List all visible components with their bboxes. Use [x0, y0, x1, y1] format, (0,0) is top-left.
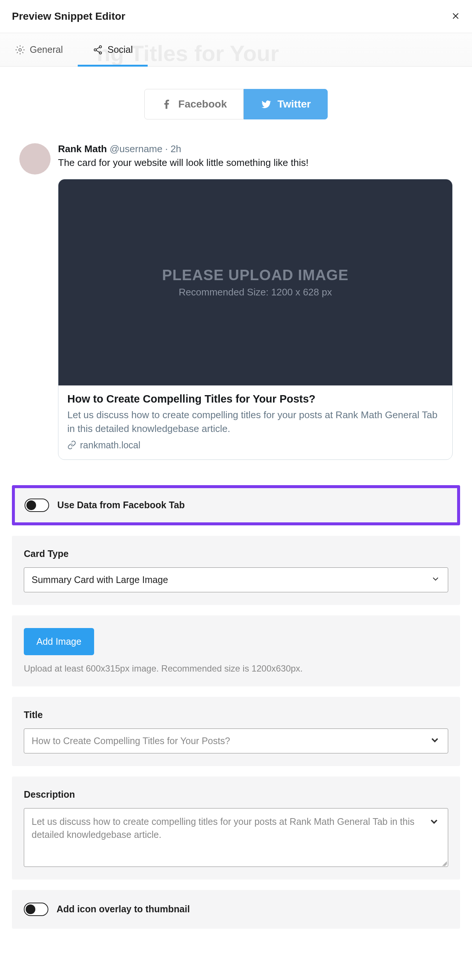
add-image-help-text: Upload at least 600x315px image. Recomme… — [24, 663, 448, 674]
toggle-row-icon-overlay: Add icon overlay to thumbnail — [24, 903, 448, 916]
tweet-account-name: Rank Math — [58, 143, 107, 154]
social-tab-facebook[interactable]: Facebook — [144, 89, 244, 119]
svg-point-0 — [19, 48, 22, 51]
content-area: Facebook Twitter Rank Math @username · 2… — [0, 67, 472, 475]
twitter-card: PLEASE UPLOAD IMAGE Recommended Size: 12… — [58, 179, 453, 460]
svg-point-1 — [99, 45, 102, 48]
card-type-label: Card Type — [24, 549, 448, 559]
card-description: Let us discuss how to create compelling … — [67, 408, 443, 435]
tweet-separator: · — [165, 143, 170, 154]
tweet-body: Rank Math @username · 2h The card for yo… — [58, 143, 453, 460]
toggle-use-facebook-data[interactable] — [25, 498, 49, 512]
close-icon — [451, 11, 460, 21]
panel-icon-overlay: Add icon overlay to thumbnail — [12, 890, 460, 929]
card-type-selected-value: Summary Card with Large Image — [24, 568, 448, 592]
tab-general-label: General — [30, 44, 63, 55]
toggle-row-use-facebook: Use Data from Facebook Tab — [25, 498, 447, 512]
card-domain: rankmath.local — [67, 440, 443, 450]
social-subtabs: Facebook Twitter — [12, 89, 460, 119]
gear-icon — [15, 45, 25, 55]
tab-social[interactable]: Social — [78, 33, 148, 66]
description-label: Description — [24, 789, 448, 800]
card-title: How to Create Compelling Titles for Your… — [67, 393, 443, 405]
share-icon — [93, 45, 103, 55]
tweet-handle: @username — [110, 143, 162, 154]
facebook-icon — [161, 99, 172, 110]
link-icon — [67, 441, 76, 449]
add-image-button[interactable]: Add Image — [24, 628, 94, 655]
close-button[interactable] — [451, 10, 460, 22]
panel-use-facebook-data: Use Data from Facebook Tab — [12, 485, 460, 525]
placeholder-subheading: Recommended Size: 1200 x 628 px — [179, 286, 332, 298]
panel-description: Description Let us discuss how to create… — [12, 776, 460, 880]
social-tab-facebook-label: Facebook — [178, 98, 227, 110]
title-label: Title — [24, 710, 448, 720]
svg-point-3 — [99, 52, 102, 54]
chevron-down-icon — [429, 816, 440, 829]
resize-handle[interactable] — [440, 859, 447, 866]
card-info: How to Create Compelling Titles for Your… — [59, 385, 452, 460]
tweet-time: 2h — [170, 143, 181, 154]
card-type-select[interactable]: Summary Card with Large Image — [24, 567, 448, 592]
twitter-icon — [261, 99, 272, 110]
card-domain-text: rankmath.local — [80, 440, 141, 450]
description-value: Let us discuss how to create compelling … — [24, 808, 448, 848]
tab-social-label: Social — [108, 44, 133, 55]
panel-card-type: Card Type Summary Card with Large Image — [12, 536, 460, 605]
svg-point-2 — [94, 49, 96, 51]
social-tab-twitter-label: Twitter — [278, 98, 311, 110]
tab-general[interactable]: General — [0, 33, 78, 66]
title-input-value: How to Create Compelling Titles for Your… — [24, 729, 448, 753]
toggle-icon-overlay-label: Add icon overlay to thumbnail — [57, 904, 190, 915]
modal-title: Preview Snippet Editor — [12, 10, 126, 22]
placeholder-heading: PLEASE UPLOAD IMAGE — [162, 267, 348, 283]
tweet-text: The card for your website will look litt… — [58, 157, 453, 169]
card-image-placeholder: PLEASE UPLOAD IMAGE Recommended Size: 12… — [59, 179, 452, 385]
title-input[interactable]: How to Create Compelling Titles for Your… — [24, 729, 448, 753]
avatar — [19, 143, 51, 175]
tweet-header: Rank Math @username · 2h — [58, 143, 453, 155]
toggle-icon-overlay[interactable] — [24, 903, 48, 916]
modal-header: Preview Snippet Editor — [0, 0, 472, 33]
social-tab-twitter[interactable]: Twitter — [244, 89, 328, 119]
panel-add-image: Add Image Upload at least 600x315px imag… — [12, 616, 460, 686]
twitter-preview: Rank Math @username · 2h The card for yo… — [12, 143, 460, 460]
description-textarea[interactable]: Let us discuss how to create compelling … — [24, 808, 448, 867]
main-tabs: ng Titles for Your General Social — [0, 33, 472, 67]
toggle-use-facebook-label: Use Data from Facebook Tab — [57, 500, 185, 511]
panel-title: Title How to Create Compelling Titles fo… — [12, 697, 460, 766]
